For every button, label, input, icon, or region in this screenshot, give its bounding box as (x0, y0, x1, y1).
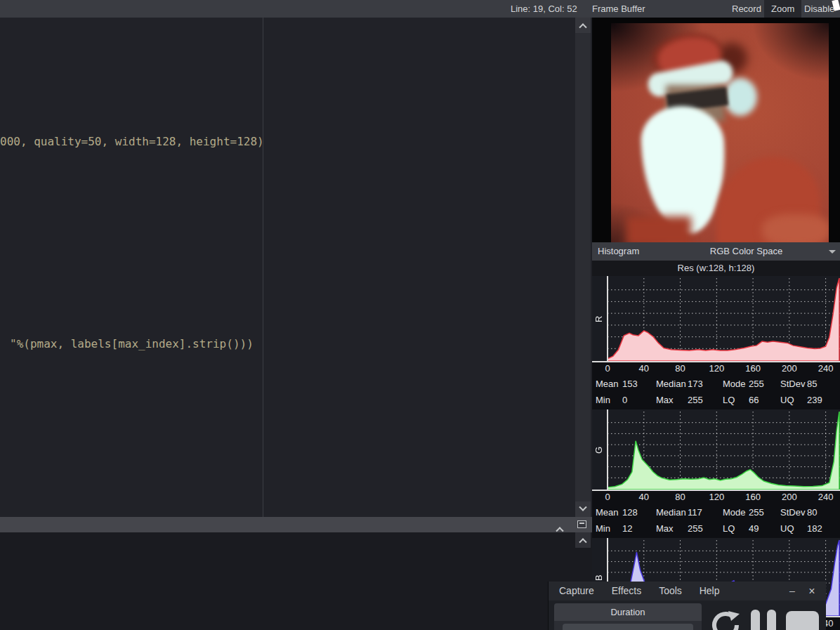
reset-button[interactable] (709, 608, 742, 630)
stat-label: StDev (780, 379, 807, 389)
x-tick-label: 200 (782, 363, 797, 374)
stat-value: 255 (749, 507, 780, 518)
x-tick-label: 240 (818, 363, 834, 374)
x-tick-label: 120 (709, 492, 724, 502)
stat-label: Mean (596, 507, 622, 518)
frame-buffer-panel: Histogram RGB Color Space Res (w:128, h:… (592, 18, 840, 630)
stat-label: Min (596, 395, 622, 405)
stat-label: UQ (780, 395, 807, 405)
x-tick-label: 0 (605, 492, 610, 502)
window-menubar: Capture Effects Tools Help – × (549, 582, 826, 601)
x-tick-label: 200 (782, 492, 797, 502)
stat-label: Mode (723, 379, 749, 389)
stat-value: 255 (749, 379, 780, 389)
capture-tool-window: Capture Effects Tools Help – × Duration (548, 582, 826, 630)
code-editor[interactable]: 000, quality=50, width=128, height=128) … (0, 18, 592, 517)
duration-label: Duration (554, 603, 702, 621)
code-line: "%(pmax, labels[max_index].strip())) (10, 337, 254, 350)
close-button[interactable]: × (806, 582, 818, 601)
stats-row: Mean153Median173Mode255StDev85 (592, 376, 840, 392)
x-tick-label: 0 (605, 363, 610, 374)
line-col-indicator: Line: 19, Col: 52 (511, 0, 577, 18)
chevron-up-icon (579, 23, 586, 31)
santa-hair-puff (723, 78, 757, 116)
panel-splitter[interactable] (0, 517, 592, 532)
histogram-plot-green (592, 409, 840, 491)
histogram-plot-red (592, 276, 840, 362)
resolution-label: Res (w:128, h:128) (592, 261, 840, 276)
stop-button[interactable] (786, 611, 819, 630)
chevron-down-icon (829, 250, 836, 254)
top-status-bar: Line: 19, Col: 52 Frame Buffer Record Zo… (0, 0, 840, 18)
pause-icon (751, 610, 760, 630)
duration-panel: Duration (554, 603, 702, 630)
scroll-up-button[interactable] (575, 18, 591, 33)
collapse-panel-button[interactable] (557, 522, 563, 534)
stat-label: Mode (723, 507, 749, 518)
histogram-header: Histogram RGB Color Space (592, 242, 840, 261)
channel-label-r: R (593, 276, 606, 362)
minimize-button[interactable]: – (786, 582, 799, 601)
stat-value: 173 (688, 379, 723, 389)
x-tick-label: 120 (709, 363, 724, 374)
x-tick-label: 40 (639, 363, 649, 374)
stat-value: 182 (807, 523, 840, 534)
scroll-down-button[interactable] (575, 501, 591, 517)
frame-buffer-image (592, 18, 840, 242)
circular-arrow-icon (709, 608, 742, 630)
zoom-button[interactable]: Zoom (764, 0, 801, 18)
menu-help[interactable]: Help (695, 582, 724, 601)
stat-label: Min (596, 523, 622, 534)
editor-ruler-line (263, 18, 263, 517)
chevron-down-icon (579, 504, 586, 511)
duration-input[interactable] (563, 624, 693, 630)
x-tick-label: 160 (745, 492, 761, 502)
stats-row: Min12Max255LQ49UQ182 (592, 520, 840, 537)
code-line: 000, quality=50, width=128, height=128) (0, 135, 264, 148)
santa-arm (762, 214, 829, 242)
stats-row: Mean128Median117Mode255StDev80 (592, 504, 840, 520)
scroll-up-button[interactable] (575, 532, 591, 548)
stat-label: Mean (596, 379, 622, 389)
stat-label: LQ (723, 395, 749, 405)
x-axis-ticks-red: 04080120160200240 (592, 363, 840, 374)
menu-effects[interactable]: Effects (608, 582, 646, 601)
stat-value: 66 (749, 395, 780, 405)
menu-tools[interactable]: Tools (655, 582, 686, 601)
stat-label: LQ (723, 523, 749, 534)
stat-value: 255 (688, 523, 723, 534)
frame-buffer-title: Frame Buffer (592, 0, 645, 18)
stat-label: Max (656, 523, 688, 534)
pause-button[interactable] (751, 610, 786, 630)
editor-scrollbar[interactable] (575, 33, 591, 501)
color-space-dropdown[interactable]: RGB Color Space (655, 242, 837, 261)
x-tick-label: 160 (745, 363, 761, 374)
stat-value: 0 (622, 395, 656, 405)
stats-green: Mean128Median117Mode255StDev80Min12Max25… (592, 504, 840, 537)
channel-label-g: G (593, 409, 606, 491)
stat-label: Max (656, 395, 688, 405)
x-tick-label: 40 (639, 492, 649, 502)
pause-icon (767, 610, 776, 630)
stat-value: 128 (622, 507, 656, 518)
stat-label: Median (656, 379, 688, 389)
stats-row: Min0Max255LQ66UQ239 (592, 392, 840, 408)
record-button[interactable]: Record (725, 0, 768, 18)
x-axis-ticks-green: 04080120160200240 (592, 492, 840, 503)
stat-value: 255 (688, 395, 723, 405)
chevron-up-icon (579, 538, 586, 546)
santa-suit-left (626, 216, 691, 242)
panel-restore-icon[interactable] (577, 520, 586, 528)
stat-value: 80 (807, 507, 840, 518)
menu-capture[interactable]: Capture (555, 582, 598, 601)
stat-value: 85 (807, 379, 840, 389)
stat-label: Median (656, 507, 688, 518)
x-tick-label: 80 (675, 492, 685, 502)
stat-label: StDev (780, 507, 807, 518)
chevron-up-icon (556, 527, 563, 534)
x-tick-label: 240 (818, 492, 834, 502)
stats-red: Mean153Median173Mode255StDev85Min0Max255… (592, 376, 840, 408)
stat-value: 239 (807, 395, 840, 405)
stat-value: 153 (622, 379, 656, 389)
output-panel[interactable] (0, 532, 592, 630)
